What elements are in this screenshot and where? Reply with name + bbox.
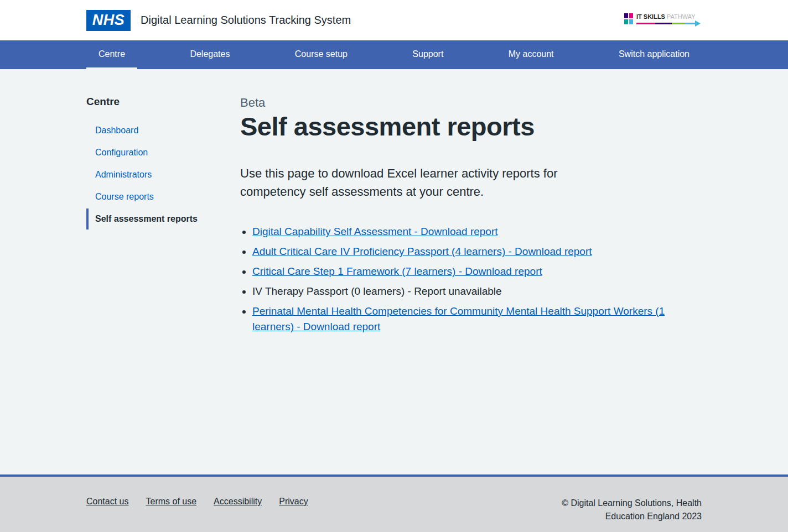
nav-item-switch-application[interactable]: Switch application [606,40,702,69]
report-list: Digital Capability Self Assessment - Dow… [240,224,694,335]
header: NHS Digital Learning Solutions Tracking … [0,0,788,40]
footer-link-terms-of-use[interactable]: Terms of use [146,497,196,507]
report-download-link-perinatal-mental-health[interactable]: Perinatal Mental Health Competencies for… [252,305,665,332]
it-skills-pathway-logo: IT SKILLS PATHWAY [624,11,702,30]
footer-link-accessibility[interactable]: Accessibility [214,497,262,507]
report-list-item: Digital Capability Self Assessment - Dow… [252,224,694,239]
nav-item-my-account[interactable]: My account [496,40,566,69]
page-description: Use this page to download Excel learner … [240,165,616,201]
sidebar-item-dashboard[interactable]: Dashboard [86,120,240,141]
sidebar-item-self-assessment-reports[interactable]: Self assessment reports [86,208,240,230]
footer-link-contact-us[interactable]: Contact us [86,497,128,507]
nhs-logo[interactable]: NHS [86,10,131,31]
app-title: Digital Learning Solutions Tracking Syst… [141,14,351,27]
beta-label: Beta [240,96,694,110]
footer: Contact us Terms of use Accessibility Pr… [0,474,788,532]
report-list-item: Perinatal Mental Health Competencies for… [252,304,694,335]
sidebar-item-administrators[interactable]: Administrators [86,164,240,185]
copyright-line-2: Education England 2023 [562,510,702,523]
page-title: Self assessment reports [240,111,694,142]
sidebar-item-course-reports[interactable]: Course reports [86,186,240,207]
nav-item-centre[interactable]: Centre [86,40,137,69]
sidebar: Centre Dashboard Configuration Administr… [86,96,240,339]
nav-item-support[interactable]: Support [400,40,455,69]
report-download-link-digital-capability[interactable]: Digital Capability Self Assessment - Dow… [252,226,498,237]
footer-link-privacy[interactable]: Privacy [279,497,308,507]
page-body: Beta Self assessment reports Use this pa… [240,96,694,339]
copyright-notice: © Digital Learning Solutions, Health Edu… [562,497,702,523]
report-list-item: IV Therapy Passport (0 learners) - Repor… [252,284,694,299]
report-unavailable-iv-therapy: IV Therapy Passport (0 learners) - Repor… [252,285,502,297]
main-content: Centre Dashboard Configuration Administr… [0,69,788,474]
nav-item-course-setup[interactable]: Course setup [283,40,360,69]
svg-text:IT SKILLS: IT SKILLS [636,13,665,20]
report-download-link-critical-care-step-1[interactable]: Critical Care Step 1 Framework (7 learne… [252,265,542,277]
main-nav: Centre Delegates Course setup Support My… [0,40,788,69]
sidebar-title: Centre [86,96,240,108]
report-list-item: Adult Critical Care IV Proficiency Passp… [252,244,694,259]
report-list-item: Critical Care Step 1 Framework (7 learne… [252,264,694,279]
footer-links: Contact us Terms of use Accessibility Pr… [86,497,308,507]
sidebar-item-configuration[interactable]: Configuration [86,142,240,163]
it-skills-pathway-logo-graphic: IT SKILLS PATHWAY [624,11,702,30]
svg-text:PATHWAY: PATHWAY [667,13,696,20]
report-download-link-adult-critical-care[interactable]: Adult Critical Care IV Proficiency Passp… [252,246,592,257]
nav-item-delegates[interactable]: Delegates [178,40,242,69]
copyright-line-1: © Digital Learning Solutions, Health [562,497,702,510]
